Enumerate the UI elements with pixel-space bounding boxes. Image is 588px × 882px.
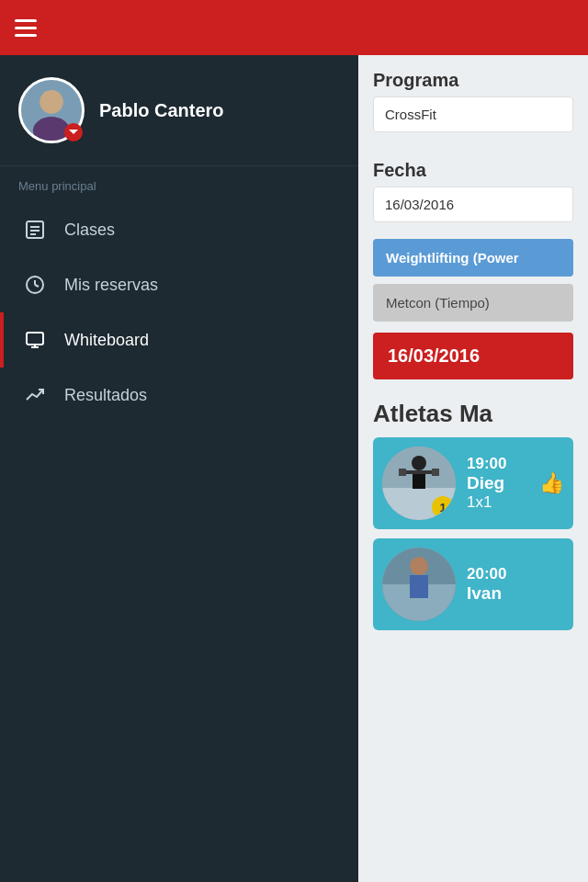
athlete-card-2[interactable]: 20:00 Ivan	[373, 538, 573, 630]
svg-line-10	[35, 285, 39, 287]
svg-point-3	[35, 117, 69, 141]
metcon-button[interactable]: Metcon (Tiempo)	[373, 284, 573, 322]
atletas-title: Atletas Ma	[358, 387, 588, 437]
chart-icon	[22, 382, 48, 408]
sidebar-item-label-mis-reservas: Mis reservas	[64, 276, 158, 295]
programa-label: Programa	[358, 55, 588, 96]
svg-point-16	[412, 456, 426, 470]
user-name: Pablo Cantero	[99, 100, 224, 121]
sidebar: Pablo Cantero Menu principal Clases	[0, 55, 358, 882]
athlete-badge-1: 1	[432, 496, 454, 518]
athlete-info-1: 19:00 Dieg 1x1	[467, 455, 532, 512]
athlete-card-1[interactable]: 1 19:00 Dieg 1x1 👍	[373, 437, 573, 529]
nav-list: Clases Mis reservas	[0, 202, 358, 423]
svg-point-1	[40, 90, 63, 114]
sidebar-item-mis-reservas[interactable]: Mis reservas	[0, 257, 358, 312]
sidebar-item-clases[interactable]: Clases	[0, 202, 358, 257]
athlete-photo-2	[382, 548, 456, 621]
athlete-photo-1: 1	[382, 447, 456, 520]
fecha-label: Fecha	[358, 145, 588, 187]
svg-rect-19	[399, 469, 406, 476]
right-panel: Programa CrossFit Fecha 16/03/2016 Weigh…	[358, 55, 588, 882]
like-icon-1[interactable]: 👍	[539, 471, 564, 495]
main-area: Pablo Cantero Menu principal Clases	[0, 55, 588, 882]
monitor-icon	[22, 327, 48, 353]
svg-rect-20	[432, 469, 439, 476]
menu-section-label: Menu principal	[0, 166, 358, 202]
athlete-name-1: Dieg	[467, 473, 532, 493]
avatar-badge	[64, 123, 83, 141]
svg-point-23	[410, 557, 428, 575]
athlete-time-1: 19:00	[467, 455, 532, 473]
date-badge: 16/03/2016	[373, 333, 573, 379]
programa-value[interactable]: CrossFit	[373, 96, 573, 132]
edit-icon	[22, 217, 48, 243]
svg-rect-11	[27, 333, 43, 345]
sidebar-item-whiteboard[interactable]: Whiteboard	[0, 312, 358, 368]
clock-icon	[22, 272, 48, 298]
sidebar-item-label-whiteboard: Whiteboard	[64, 331, 149, 350]
top-bar	[0, 0, 588, 55]
svg-rect-24	[410, 575, 428, 598]
avatar-wrap	[18, 77, 85, 143]
hamburger-menu-button[interactable]	[15, 19, 37, 37]
fecha-value[interactable]: 16/03/2016	[373, 187, 573, 222]
athlete-info-2: 20:00 Ivan	[467, 565, 564, 604]
sidebar-item-label-clases: Clases	[64, 220, 115, 240]
user-section: Pablo Cantero	[0, 55, 358, 166]
athlete-name-2: Ivan	[467, 583, 564, 604]
athlete-time-2: 20:00	[467, 565, 564, 583]
sidebar-item-label-resultados: Resultados	[64, 386, 147, 405]
sidebar-item-resultados[interactable]: Resultados	[0, 368, 358, 423]
weightlifting-button[interactable]: Weightlifting (Power	[373, 239, 573, 277]
athlete-score-1: 1x1	[467, 493, 532, 512]
